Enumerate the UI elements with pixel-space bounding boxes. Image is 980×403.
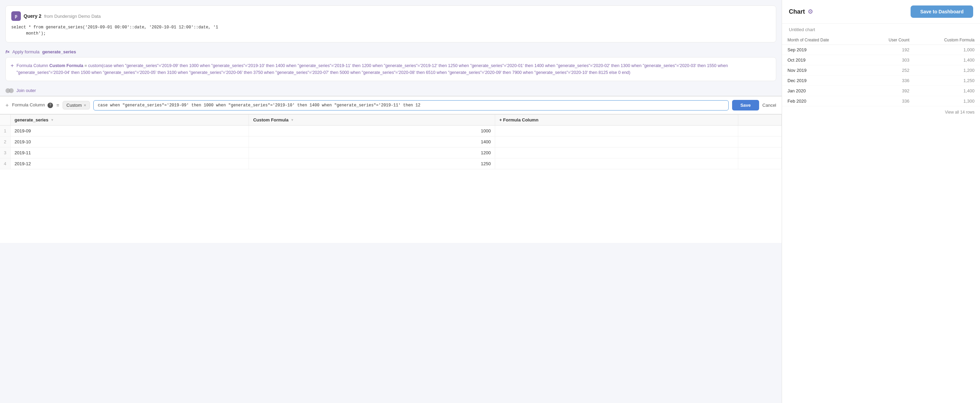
question-icon: ?	[48, 103, 53, 108]
custom-tag: Custom ×	[62, 101, 90, 110]
query-section: p Query 2 from Dundersign Demo Data sele…	[5, 5, 776, 42]
query-title: Query 2	[24, 13, 41, 19]
data-table-container[interactable]: generate_series ▾ Custom Formula ▾	[0, 115, 782, 243]
row-number: 2	[0, 137, 10, 147]
equals-sign: =	[56, 103, 59, 108]
fx-icon: f×	[5, 49, 10, 54]
chart-row: Jan 2020 392 1,400	[782, 86, 980, 96]
join-label: Join outer	[16, 88, 36, 93]
chart-cell-month: Nov 2019	[782, 65, 865, 76]
row-num-header	[0, 115, 10, 126]
table-row: 2 2019-10 1400	[0, 137, 782, 147]
view-all-link[interactable]: View all 14 rows	[782, 107, 980, 118]
table-cell-empty2	[738, 158, 781, 169]
table-cell-empty1	[495, 126, 738, 137]
formula-input[interactable]	[93, 100, 729, 110]
chart-cell-formula: 1,250	[915, 76, 980, 86]
circle-right	[9, 88, 14, 93]
chart-col3-header: Custom Formula	[915, 35, 980, 45]
chart-subtitle: Untitled chart	[782, 24, 980, 35]
table-cell-empty2	[738, 126, 781, 137]
chart-title-area: Chart ⚙	[789, 8, 813, 15]
chart-cell-month: Oct 2019	[782, 55, 865, 65]
table-row: 1 2019-09 1000	[0, 126, 782, 137]
gear-icon[interactable]: ⚙	[808, 8, 813, 15]
chart-cell-formula: 1,300	[915, 96, 980, 107]
table-cell-empty1	[495, 158, 738, 169]
add-column-btn[interactable]: + Formula Column	[495, 115, 738, 126]
table-row: 3 2019-11 1200	[0, 147, 782, 158]
right-panel: Chart ⚙ Save to Dashboard Untitled chart…	[782, 0, 980, 403]
empty-col-header	[738, 115, 781, 126]
col2-header: Custom Formula ▾	[249, 115, 495, 126]
chart-row: Feb 2020 336 1,300	[782, 96, 980, 107]
join-icon	[5, 88, 14, 93]
chart-col2-header: User Count	[865, 35, 915, 45]
table-row: 4 2019-12 1250	[0, 158, 782, 169]
col1-chevron[interactable]: ▾	[51, 118, 53, 122]
formula-column-prefix: Formula Column	[16, 63, 49, 68]
formula-bar: + Formula Column ? = Custom × Save Cance…	[0, 96, 782, 115]
table-cell-series: 2019-09	[10, 126, 249, 137]
formula-plus-icon[interactable]: +	[11, 63, 14, 69]
query-header: p Query 2 from Dundersign Demo Data	[11, 11, 770, 21]
chart-cell-formula: 1,000	[915, 45, 980, 55]
formula-column-header: + Formula Column Custom Formula = custom…	[11, 62, 771, 76]
formula-code: custom(case when "generate_series"='2019…	[16, 63, 728, 75]
chart-cell-month: Feb 2020	[782, 96, 865, 107]
table-cell-formula: 1250	[249, 158, 495, 169]
query-source: from Dundersign Demo Data	[44, 14, 100, 19]
formula-column-name: Custom Formula	[49, 63, 83, 68]
apply-formula-label: Apply formula	[12, 49, 39, 54]
chart-cell-count: 303	[865, 55, 915, 65]
chart-cell-month: Dec 2019	[782, 76, 865, 86]
table-cell-empty1	[495, 137, 738, 147]
table-cell-empty1	[495, 147, 738, 158]
apply-formula-name: generate_series	[42, 49, 76, 54]
table-cell-empty2	[738, 137, 781, 147]
chart-cell-formula: 1,400	[915, 86, 980, 96]
data-table: generate_series ▾ Custom Formula ▾	[0, 115, 782, 169]
table-cell-formula: 1400	[249, 137, 495, 147]
col2-chevron[interactable]: ▾	[291, 118, 293, 122]
row-number: 1	[0, 126, 10, 137]
chart-row: Sep 2019 192 1,000	[782, 45, 980, 55]
formula-text: Formula Column Custom Formula = custom(c…	[16, 62, 771, 76]
chart-title: Chart	[789, 8, 805, 15]
chart-header: Chart ⚙ Save to Dashboard	[782, 0, 980, 24]
query-icon: p	[11, 11, 21, 21]
row-number: 3	[0, 147, 10, 158]
chart-row: Nov 2019 252 1,200	[782, 65, 980, 76]
custom-label: Custom	[66, 103, 82, 108]
formula-save-button[interactable]: Save	[732, 100, 759, 110]
chart-cell-count: 392	[865, 86, 915, 96]
formula-bar-plus[interactable]: +	[5, 102, 8, 108]
table-cell-series: 2019-11	[10, 147, 249, 158]
chart-cell-count: 252	[865, 65, 915, 76]
custom-remove-btn[interactable]: ×	[84, 103, 86, 108]
table-cell-formula: 1200	[249, 147, 495, 158]
join-section: Join outer	[0, 85, 782, 96]
table-cell-empty2	[738, 147, 781, 158]
formula-operator: =	[84, 63, 88, 68]
chart-row: Oct 2019 303 1,400	[782, 55, 980, 65]
table-cell-series: 2019-12	[10, 158, 249, 169]
chart-table: Month of Created Date User Count Custom …	[782, 35, 980, 107]
row-number: 4	[0, 158, 10, 169]
chart-cell-month: Jan 2020	[782, 86, 865, 96]
formula-apply: f× Apply formula generate_series	[0, 46, 782, 57]
chart-cell-count: 336	[865, 96, 915, 107]
formula-column-block: + Formula Column Custom Formula = custom…	[5, 57, 776, 81]
formula-bar-label: Formula Column ?	[12, 102, 53, 108]
col1-header: generate_series ▾	[10, 115, 249, 126]
chart-cell-count: 192	[865, 45, 915, 55]
chart-cell-month: Sep 2019	[782, 45, 865, 55]
chart-col1-header: Month of Created Date	[782, 35, 865, 45]
formula-cancel-button[interactable]: Cancel	[762, 103, 776, 108]
table-cell-series: 2019-10	[10, 137, 249, 147]
save-dashboard-button[interactable]: Save to Dashboard	[911, 5, 973, 18]
chart-row: Dec 2019 336 1,250	[782, 76, 980, 86]
chart-cell-formula: 1,400	[915, 55, 980, 65]
chart-cell-count: 336	[865, 76, 915, 86]
query-code: select * from generate_series('2019-09-0…	[11, 24, 770, 37]
